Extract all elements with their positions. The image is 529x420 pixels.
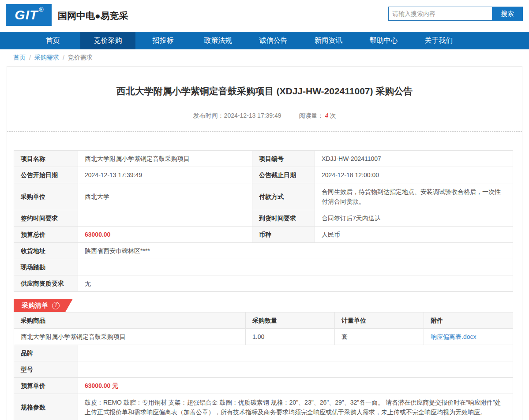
announcement-header: 西北大学附属小学紫铜定音鼓采购项目 (XDJJ-HW-202411007) 采购…	[7, 67, 522, 132]
field-label: 品牌	[14, 345, 78, 361]
field-value	[78, 259, 513, 275]
nav-item-home[interactable]: 首页	[25, 32, 80, 49]
table-row: 预算单价 63000.00 元	[14, 378, 513, 394]
field-value: 合同生效后，待货物到达指定地点、安装调试验收合格后，一次性付清合同货款。	[315, 183, 513, 210]
field-label: 项目编号	[252, 151, 315, 167]
field-label: 型号	[14, 361, 78, 378]
unit-price-value: 63000.00 元	[78, 378, 513, 394]
field-label: 到货时间要求	[252, 210, 315, 227]
top-header: GIT® 国网中电●易竞采 搜索	[0, 0, 529, 32]
table-row: 预算总价 63000.00 币种 人民币	[14, 227, 513, 243]
dashed-divider	[7, 131, 522, 132]
field-value: 人民币	[315, 227, 513, 243]
field-label: 公告截止日期	[252, 167, 315, 183]
search-input[interactable]	[388, 7, 492, 21]
field-label: 项目名称	[14, 151, 78, 167]
field-label: 采购单位	[14, 183, 78, 210]
table-row: 采购单位 西北大学 付款方式 合同生效后，待货物到达指定地点、安装调试验收合格后…	[14, 183, 513, 210]
purchase-list-badge: 采购清单 1	[14, 299, 73, 312]
field-value: XDJJ-HW-202411007	[315, 151, 513, 167]
nav-item-bidding-purchase[interactable]: 竞价采购	[80, 32, 135, 49]
site-logo[interactable]: GIT®	[6, 4, 52, 26]
field-value: 西北大学	[78, 183, 252, 210]
table-row: 收货地址 陕西省西安市碑林区****	[14, 243, 513, 259]
registered-trademark-icon: ®	[39, 6, 43, 13]
publish-time-label: 发布时间：	[193, 112, 224, 119]
table-row: 规格参数 鼓皮：REMO 鼓腔：专用铜材 支架：超强铝合金 鼓圈：优质碳素钢 规…	[14, 394, 513, 420]
field-value: 西北大学附属小学紫铜定音鼓采购项目	[78, 151, 252, 167]
breadcrumb-separator: /	[63, 54, 64, 61]
purchase-list-table: 采购商品 采购数量 计量单位 附件 西北大学附属小学紫铜定音鼓采购项目 1.00…	[14, 312, 513, 345]
field-label: 付款方式	[252, 183, 315, 210]
table-row: 供应商资质要求 无	[14, 275, 513, 292]
field-label: 现场踏勘	[14, 259, 78, 275]
purchase-list-count-badge: 1	[52, 302, 60, 309]
field-label: 预算单价	[14, 378, 78, 394]
main-navigation: 首页 竞价采购 招投标 政策法规 诚信公告 新闻资讯 帮助中心 关于我们	[0, 32, 529, 49]
nav-item-integrity-notice[interactable]: 诚信公告	[246, 32, 301, 49]
breadcrumb-separator: /	[29, 54, 31, 61]
nav-item-news[interactable]: 新闻资讯	[301, 32, 356, 49]
project-info-table: 项目名称 西北大学附属小学紫铜定音鼓采购项目 项目编号 XDJJ-HW-2024…	[14, 150, 513, 292]
breadcrumb-current: 竞价需求	[68, 54, 93, 62]
field-value: 合同签订后7天内送达	[315, 210, 513, 227]
logo-text: GIT	[15, 7, 38, 22]
table-row: 公告开始日期 2024-12-13 17:39:49 公告截止日期 2024-1…	[14, 167, 513, 183]
table-row: 现场踏勘	[14, 259, 513, 275]
field-value	[78, 345, 513, 361]
field-value: 无	[78, 275, 513, 292]
field-label: 收货地址	[14, 243, 78, 259]
table-row: 项目名称 西北大学附属小学紫铜定音鼓采购项目 项目编号 XDJJ-HW-2024…	[14, 151, 513, 167]
site-brand-title: 国网中电●易竞采	[58, 0, 128, 32]
views-unit: 次	[330, 112, 336, 119]
item-quantity: 1.00	[246, 329, 335, 345]
field-value: 2024-12-18 12:00:00	[315, 167, 513, 183]
field-label: 预算总价	[14, 227, 78, 243]
column-header: 采购商品	[14, 312, 246, 329]
field-label: 规格参数	[14, 394, 78, 420]
breadcrumb-home[interactable]: 首页	[13, 54, 26, 62]
breadcrumb: 首页 / 采购需求 / 竞价需求	[0, 49, 529, 66]
views-label: 阅读量：	[299, 112, 324, 119]
publish-time-value: 2024-12-13 17:39:49	[224, 112, 281, 119]
column-header: 附件	[424, 312, 513, 329]
nav-item-help-center[interactable]: 帮助中心	[356, 32, 411, 49]
field-label: 公告开始日期	[14, 167, 78, 183]
field-label: 供应商资质要求	[14, 275, 78, 292]
item-unit: 套	[335, 329, 424, 345]
field-value	[78, 210, 252, 227]
table-header-row: 采购商品 采购数量 计量单位 附件	[14, 312, 513, 329]
spec-params-value: 鼓皮：REMO 鼓腔：专用铜材 支架：超强铝合金 鼓圈：优质碳素钢 规格：20"…	[78, 394, 513, 420]
nav-item-tender[interactable]: 招投标	[135, 32, 191, 49]
item-detail-table: 品牌 型号 预算单价 63000.00 元 规格参数 鼓皮：REMO 鼓腔：专用…	[14, 345, 513, 420]
search-bar: 搜索	[388, 7, 523, 21]
page-title: 西北大学附属小学紫铜定音鼓采购项目 (XDJJ-HW-202411007) 采购…	[25, 85, 504, 97]
purchase-list-badge-label: 采购清单	[22, 301, 48, 310]
field-label: 币种	[252, 227, 315, 243]
budget-total-value: 63000.00	[78, 227, 252, 243]
search-button[interactable]: 搜索	[492, 7, 523, 21]
breadcrumb-purchase-demand[interactable]: 采购需求	[34, 54, 59, 62]
views-count: 4	[325, 112, 329, 119]
purchase-list-section: 采购清单 1 采购商品 采购数量 计量单位 附件 西北大学附属小学紫铜定音鼓采购…	[14, 299, 513, 420]
nav-item-policies[interactable]: 政策法规	[191, 32, 246, 49]
item-name: 西北大学附属小学紫铜定音鼓采购项目	[14, 329, 246, 345]
nav-item-about-us[interactable]: 关于我们	[411, 32, 466, 49]
field-value	[78, 361, 513, 378]
table-row: 西北大学附属小学紫铜定音鼓采购项目 1.00 套 响应偏离表.docx	[14, 329, 513, 345]
field-value: 2024-12-13 17:39:49	[78, 167, 252, 183]
table-row: 型号	[14, 361, 513, 378]
announcement-meta: 发布时间：2024-12-13 17:39:49阅读量：4次	[7, 112, 522, 120]
announcement-card: 西北大学附属小学紫铜定音鼓采购项目 (XDJJ-HW-202411007) 采购…	[7, 66, 522, 420]
table-row: 品牌	[14, 345, 513, 361]
field-value: 陕西省西安市碑林区****	[78, 243, 513, 259]
column-header: 计量单位	[335, 312, 424, 329]
attachment-link[interactable]: 响应偏离表.docx	[431, 333, 476, 340]
field-label: 签约时间要求	[14, 210, 78, 227]
project-info-section: 项目名称 西北大学附属小学紫铜定音鼓采购项目 项目编号 XDJJ-HW-2024…	[14, 150, 513, 292]
table-row: 签约时间要求 到货时间要求 合同签订后7天内送达	[14, 210, 513, 227]
column-header: 采购数量	[246, 312, 335, 329]
